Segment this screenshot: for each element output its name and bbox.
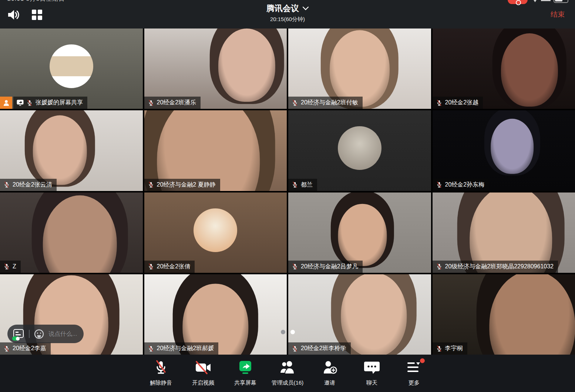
participant-name: 20经金2孙东梅	[445, 181, 485, 189]
notification-dot	[420, 358, 425, 363]
chat-panel-toggle-icon[interactable]	[13, 329, 24, 339]
manage-members-button[interactable]: 管理成员(16)	[271, 359, 304, 386]
participant-tile[interactable]: 20经金2班潘乐	[144, 29, 287, 109]
chat-toggle-on	[12, 336, 20, 341]
participant-name-bar: 20经济与金融2班郝媛	[144, 342, 219, 355]
chat-quick-bar[interactable]: 说点什么...	[7, 325, 84, 343]
mic-muted-icon	[148, 263, 154, 270]
participant-name-bar: 20经金2张倩	[144, 261, 195, 273]
meeting-window: 20:01 5月8日星期日 腾讯会议	[0, 0, 575, 392]
wifi-icon	[532, 0, 538, 2]
chat-input[interactable]: 说点什么...	[48, 330, 77, 338]
participant-name: 都兰	[301, 181, 313, 189]
participant-name: 20经济与金融2班郝媛	[157, 345, 214, 352]
participant-name: 20经济与金融2班付敏	[301, 99, 358, 107]
participant-name: 20级经济与金融2班郑晓晶229280961032	[445, 263, 554, 271]
participant-tile[interactable]: 张媛媛的屏幕共享	[0, 29, 143, 109]
presenter-badge-icon	[0, 97, 12, 109]
participant-tile[interactable]: 20经济与金融2吕梦凡	[288, 192, 431, 273]
mic-muted-icon	[436, 345, 443, 352]
participant-tile[interactable]: 20经金2张云清	[0, 110, 143, 191]
page-indicator	[281, 330, 295, 334]
chat-button[interactable]: 聊天	[355, 359, 389, 386]
mic-muted-icon	[292, 345, 298, 352]
participant-tile[interactable]: 20经济与金融2班郝媛	[144, 274, 287, 355]
battery-icon	[554, 0, 568, 3]
mic-muted-icon	[292, 100, 298, 106]
unmute-button[interactable]: 解除静音	[144, 359, 178, 386]
participant-tile[interactable]: 20经金2孙东梅	[433, 110, 575, 191]
participant-name-bar: 20级经济与金融2班郑晓晶229280961032	[433, 261, 558, 273]
participant-tile[interactable]: 20经济与金融2班付敏	[288, 29, 431, 109]
participant-name-bar: Z	[0, 261, 21, 273]
battery-percent	[541, 0, 551, 1]
divider	[29, 330, 30, 338]
participant-name: 20经金2班潘乐	[157, 99, 196, 107]
invite-icon	[321, 359, 338, 376]
start-video-button[interactable]: 开启视频	[186, 359, 220, 386]
chevron-down-icon	[303, 7, 309, 10]
mic-muted-icon	[292, 263, 298, 270]
mic-muted-icon	[148, 181, 154, 188]
share-screen-label: 共享屏幕	[234, 379, 256, 386]
end-meeting-button[interactable]: 结束	[551, 10, 565, 19]
participant-name: 20经济与金融2吕梦凡	[301, 263, 358, 271]
participant-avatar	[50, 44, 93, 88]
start-video-label: 开启视频	[192, 379, 214, 386]
participant-tile[interactable]: 20经金2张越	[433, 29, 575, 109]
participant-tile[interactable]: 20级经济与金融2班郑晓晶229280961032	[433, 192, 575, 273]
mic-muted-icon	[153, 359, 169, 376]
participant-name-bar: 20经金2张云清	[0, 179, 57, 191]
chat-bubble-icon	[363, 359, 380, 376]
manage-members-label: 管理成员(16)	[272, 379, 304, 386]
participant-tile[interactable]: 20经济与金融2 夏静静	[144, 110, 287, 191]
participant-tile[interactable]: 20经金2张倩	[144, 192, 287, 273]
participant-tile[interactable]: 20经金2班李柃学	[288, 274, 431, 355]
mic-muted-icon	[436, 263, 443, 270]
mic-muted-icon	[148, 100, 154, 106]
meeting-title-dropdown[interactable]: 腾讯会议	[266, 3, 309, 14]
participant-avatar	[338, 126, 381, 170]
bottom-toolbar: 解除静音 开启视频 共享屏幕	[0, 355, 575, 392]
participant-tile[interactable]: 李宇桐	[433, 274, 575, 355]
page-dot-active	[290, 330, 295, 334]
participant-name-bar: 20经济与金融2吕梦凡	[288, 261, 363, 273]
participant-name: 20经济与金融2 夏静静	[157, 181, 216, 189]
mic-muted-icon	[436, 100, 443, 106]
invite-button[interactable]: 邀请	[313, 359, 346, 386]
participant-name-bar: 20经金2张越	[433, 97, 483, 109]
participant-name: Z	[13, 263, 16, 270]
chat-label: 聊天	[366, 379, 377, 386]
meeting-title: 腾讯会议	[266, 3, 299, 14]
participant-name: 20经金2李嘉	[13, 345, 46, 352]
mic-muted-icon	[3, 181, 10, 188]
participant-name: 20经金2张越	[445, 99, 479, 107]
participant-name-bar: 20经金2班潘乐	[144, 97, 201, 109]
mic-muted-icon	[3, 345, 10, 352]
participant-tile[interactable]: 都兰	[288, 110, 431, 191]
participant-name-bar: 20经金2孙东梅	[433, 179, 489, 191]
participant-name-bar: 都兰	[288, 179, 317, 191]
more-button[interactable]: 更多	[397, 359, 431, 386]
page-dot	[281, 330, 285, 334]
invite-label: 邀请	[324, 379, 335, 386]
screen-share-icon	[237, 359, 253, 376]
participant-name-bar: 20经金2班李柃学	[288, 342, 351, 355]
participant-name-bar: 20经金2李嘉	[0, 342, 51, 355]
unmute-label: 解除静音	[150, 379, 172, 386]
share-screen-button[interactable]: 共享屏幕	[229, 359, 262, 386]
video-grid: 张媛媛的屏幕共享 20经金	[0, 29, 575, 355]
emoji-icon[interactable]	[34, 329, 44, 339]
participant-name-bar: 李宇桐	[433, 342, 467, 355]
participant-name-bar: 20经济与金融2 夏静静	[144, 179, 220, 191]
participant-name-bar: 张媛媛的屏幕共享	[0, 97, 87, 109]
participant-name: 20经金2班李柃学	[301, 345, 346, 352]
participant-video	[0, 192, 143, 273]
mic-muted-icon	[292, 181, 298, 188]
mic-muted-icon	[148, 345, 154, 352]
more-icon	[406, 359, 422, 376]
participant-tile[interactable]: Z	[0, 192, 143, 273]
participant-name: 张媛媛的屏幕共享	[36, 99, 83, 107]
members-icon	[279, 359, 296, 376]
participant-name: 李宇桐	[445, 345, 463, 352]
